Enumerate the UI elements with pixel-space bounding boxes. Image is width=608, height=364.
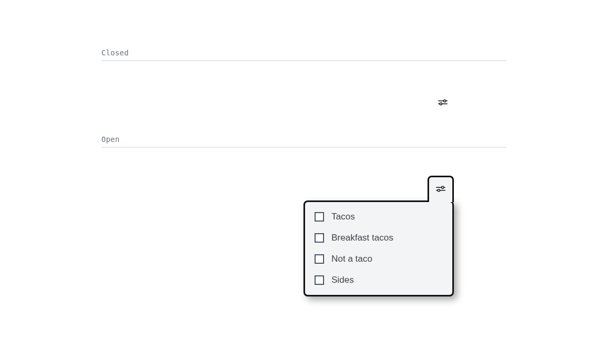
svg-point-5	[442, 186, 444, 188]
svg-point-7	[438, 189, 440, 191]
checkbox-icon	[315, 233, 324, 243]
filter-menu: Tacos Breakfast tacos Not a taco Sides	[303, 200, 454, 296]
example-stage: Closed Open	[0, 0, 608, 364]
filter-option-label: Sides	[331, 275, 354, 285]
checkbox-icon	[315, 275, 324, 285]
svg-point-1	[444, 100, 446, 102]
divider	[101, 60, 507, 61]
filter-option[interactable]: Sides	[305, 270, 452, 291]
checkbox-icon	[315, 212, 324, 222]
filter-button-open[interactable]	[428, 176, 454, 202]
section-heading-open: Open	[101, 135, 507, 143]
sliders-icon	[437, 97, 449, 108]
filter-option[interactable]: Tacos	[305, 206, 452, 227]
sliders-icon	[435, 183, 446, 197]
checkbox-icon	[315, 254, 324, 264]
filter-option[interactable]: Not a taco	[305, 248, 452, 270]
svg-point-3	[440, 103, 442, 105]
filter-option-label: Tacos	[331, 212, 355, 222]
section-heading-closed: Closed	[101, 49, 507, 57]
filter-button-closed[interactable]	[435, 95, 450, 110]
filter-option-label: Breakfast tacos	[331, 233, 393, 243]
filter-option-label: Not a taco	[331, 254, 373, 264]
divider	[101, 147, 507, 148]
filter-option[interactable]: Breakfast tacos	[305, 227, 452, 248]
